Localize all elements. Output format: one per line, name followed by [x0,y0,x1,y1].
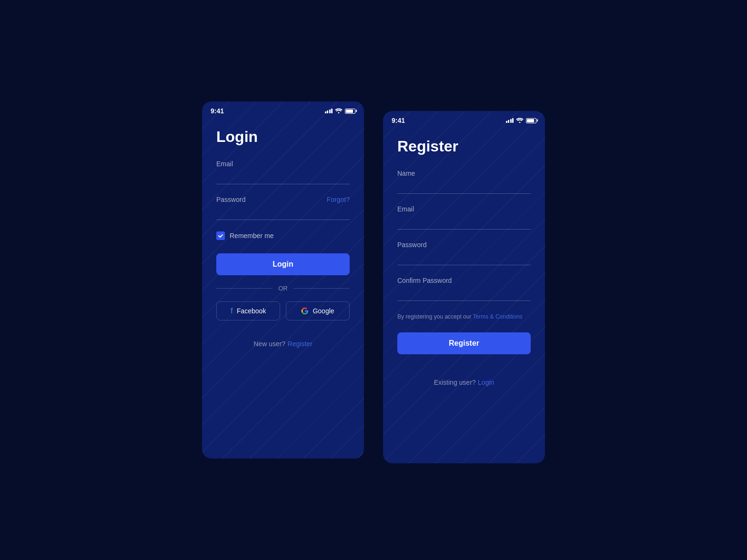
login-password-label: Password [216,196,245,203]
login-title: Login [216,128,350,146]
register-footer: Existing user? Login [397,378,531,387]
login-footer-text: New user? [253,340,285,348]
terms-link[interactable]: Terms & Conditions [473,313,523,320]
facebook-button[interactable]: f Facebook [216,301,280,320]
register-password-group: Password [397,241,531,265]
or-divider: OR [216,285,350,292]
login-password-group: Password Forgot? [216,196,350,220]
login-footer: New user? Register [216,340,350,348]
terms-text: By registering you accept our Terms & Co… [397,312,531,321]
register-wifi-icon [516,117,524,124]
login-status-icons [325,108,356,115]
login-phone: 9:41 Login E [202,101,364,459]
register-title: Register [397,138,531,155]
register-status-bar: 9:41 [383,111,545,128]
register-content: Register Name Email Password Confirm Pa [383,128,545,401]
google-label: Google [313,307,334,315]
register-password-label: Password [397,241,426,249]
register-status-time: 9:41 [392,117,405,124]
battery-icon [345,109,355,114]
wifi-icon [335,108,343,115]
remember-me-label: Remember me [230,232,274,240]
login-email-label: Email [216,160,233,168]
register-name-group: Name [397,170,531,194]
login-password-input[interactable] [216,206,350,220]
checkmark-icon [218,233,223,239]
register-status-icons [506,117,537,124]
login-status-bar: 9:41 [202,101,364,119]
facebook-icon: f [231,307,233,315]
register-signal-icon [506,118,514,123]
login-register-link[interactable]: Register [288,340,313,348]
facebook-label: Facebook [237,307,266,315]
register-confirm-password-group: Confirm Password [397,277,531,301]
register-login-link[interactable]: Login [478,379,494,386]
login-email-group: Email [216,160,350,184]
or-text: OR [278,285,288,292]
register-name-label: Name [397,170,415,177]
login-email-input[interactable] [216,170,350,184]
login-content: Login Email Password Forgot? Remember me [202,119,364,362]
or-line-left [216,288,273,289]
google-icon [301,307,309,315]
register-footer-text: Existing user? [434,379,476,386]
register-password-input[interactable] [397,251,531,265]
login-button[interactable]: Login [216,253,350,275]
register-name-input[interactable] [397,180,531,194]
or-line-right [293,288,350,289]
register-confirm-password-label: Confirm Password [397,277,452,284]
register-phone: 9:41 Register [383,111,545,463]
register-button[interactable]: Register [397,332,531,354]
login-status-time: 9:41 [211,107,224,115]
register-email-input[interactable] [397,216,531,230]
register-email-group: Email [397,205,531,230]
google-button[interactable]: Google [286,301,350,320]
register-battery-icon [526,118,536,123]
remember-me-row: Remember me [216,231,350,240]
signal-icon [325,109,333,113]
register-confirm-password-input[interactable] [397,287,531,301]
register-email-label: Email [397,205,414,213]
social-buttons-row: f Facebook Google [216,301,350,320]
forgot-password-link[interactable]: Forgot? [327,196,350,203]
remember-me-checkbox[interactable] [216,231,225,240]
